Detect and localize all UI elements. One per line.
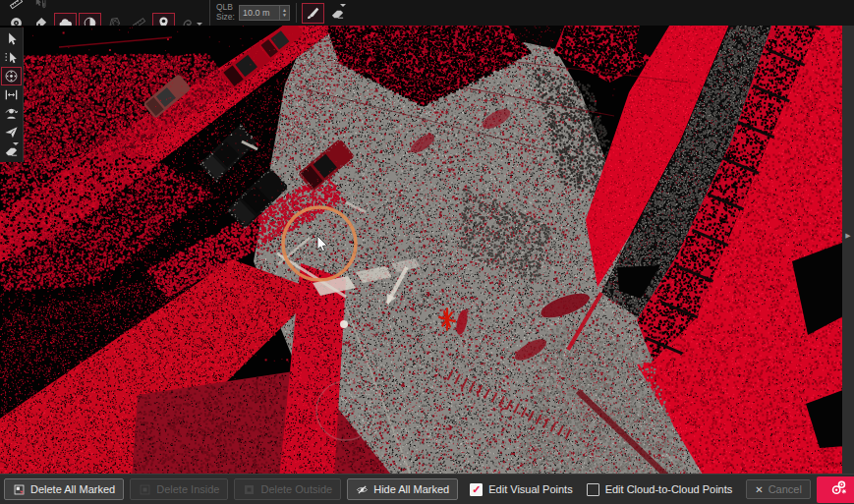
close-icon: ✕: [755, 484, 763, 495]
qlb-size-value: 10.0 m: [240, 8, 279, 18]
edit-cloud-to-cloud-checkbox[interactable]: Edit Cloud-to-Cloud Points: [587, 483, 733, 496]
checkbox-label: Edit Visual Points: [488, 483, 572, 495]
eraser-icon: [330, 6, 345, 21]
qlb-label-line2: Size:: [216, 13, 235, 23]
button-label: Hide All Marked: [373, 483, 449, 495]
delete-outside-icon: [243, 483, 256, 496]
eye-off-icon: [356, 483, 369, 496]
qlb-size-stepper[interactable]: ▲ ▼: [279, 6, 289, 20]
eraser-icon: [4, 143, 19, 158]
qlb-size-label: QLB Size:: [216, 3, 235, 23]
delete-all-marked-button[interactable]: Delete All Marked: [4, 478, 124, 500]
orbit-button[interactable]: [1, 104, 22, 123]
fly-plane-icon: [4, 125, 19, 140]
checkbox-checked-icon[interactable]: ✓: [470, 483, 483, 496]
delete-inside-icon: [139, 483, 151, 496]
edit-visual-points-checkbox[interactable]: ✓ Edit Visual Points: [470, 483, 572, 496]
cursor-icon: [4, 31, 19, 46]
delete-outside-button[interactable]: Delete Outside: [234, 478, 341, 500]
checkbox-label: Edit Cloud-to-Cloud Points: [605, 483, 733, 495]
pointer-measure-icon: [33, 0, 48, 11]
pan-button[interactable]: [1, 67, 22, 85]
cancel-label: Cancel: [769, 483, 802, 495]
qlb-size-input[interactable]: 10.0 m ▲ ▼: [239, 5, 290, 21]
top-toolbar: M QLB Size: 10.0 m ▲ ▼: [0, 0, 854, 26]
pan-move-icon: [4, 69, 19, 84]
stepper-down-icon[interactable]: ▼: [280, 13, 289, 18]
delete-marked-icon: [13, 483, 26, 496]
select-points-button[interactable]: [1, 48, 22, 67]
checkbox-unchecked-icon[interactable]: [587, 483, 599, 496]
toolbar-group: [297, 3, 354, 23]
point-info-button[interactable]: [29, 0, 52, 14]
orbit-icon: [4, 106, 19, 121]
button-label: Delete Outside: [260, 483, 332, 495]
toolbar-group: [0, 0, 210, 13]
measure-button[interactable]: [5, 0, 28, 14]
viewport-3d[interactable]: ▶: [0, 26, 854, 474]
width-measure-icon: [4, 87, 19, 102]
select-button[interactable]: [1, 29, 22, 48]
qlb-size-control: QLB Size: 10.0 m ▲ ▼: [210, 3, 297, 23]
expand-right-icon: ▶: [845, 232, 850, 240]
hide-all-marked-button[interactable]: Hide All Marked: [347, 478, 458, 500]
optimize-bundle-button[interactable]: Optimize Bundle: [817, 476, 854, 503]
delete-inside-button[interactable]: Delete Inside: [130, 478, 228, 500]
cancel-button[interactable]: ✕ Cancel: [746, 479, 811, 499]
side-toolbar: [0, 28, 24, 162]
eraser-tool-button[interactable]: [326, 3, 349, 24]
ruler-icon: [9, 0, 24, 11]
bundle-icon: [830, 479, 847, 499]
measure-width-button[interactable]: [1, 85, 22, 104]
brush-select-button[interactable]: [302, 3, 324, 24]
right-panel-handle[interactable]: ▶: [842, 26, 854, 474]
bottom-toolbar: Delete All Marked Delete Inside Delete O…: [0, 474, 854, 504]
button-label: Delete All Marked: [30, 483, 115, 495]
erase-button[interactable]: [1, 141, 22, 160]
toolbar-group: [0, 29, 23, 160]
cursor-pick-icon: [4, 50, 19, 65]
button-label: Delete Inside: [156, 483, 219, 495]
toolbar-groups-right: [297, 3, 354, 23]
point-cloud-canvas[interactable]: [0, 26, 842, 474]
brush-icon: [306, 6, 320, 21]
fly-button[interactable]: [1, 123, 22, 141]
app-window: M QLB Size: 10.0 m ▲ ▼ ▶: [0, 0, 854, 504]
